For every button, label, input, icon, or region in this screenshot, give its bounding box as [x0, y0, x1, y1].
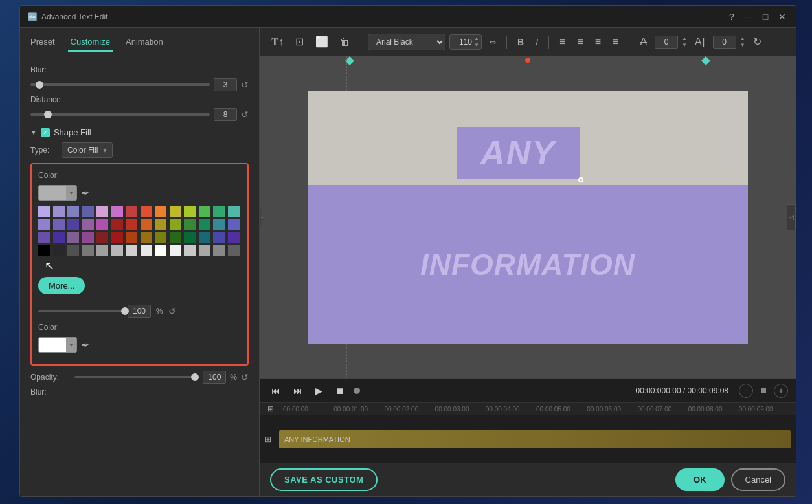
right-edge-button[interactable]: ◁	[787, 204, 796, 230]
color-cell[interactable]	[82, 232, 94, 243]
color-cell[interactable]	[111, 232, 123, 243]
kern-down[interactable]: ▼	[682, 42, 687, 48]
color-cell[interactable]	[141, 206, 152, 217]
color-cell[interactable]	[38, 245, 50, 256]
color-cell[interactable]	[199, 206, 210, 217]
color-cell[interactable]	[111, 206, 123, 217]
eyedropper-button-2[interactable]: ✒	[81, 339, 89, 351]
text-tool-button[interactable]: 𝐓↑	[267, 34, 288, 50]
leading-down[interactable]: ▼	[740, 42, 745, 48]
align-right-button[interactable]: ≡	[591, 34, 605, 50]
blur-reset-button[interactable]: ↺	[241, 80, 249, 90]
cancel-button[interactable]: Cancel	[731, 468, 785, 491]
color-cell[interactable]	[184, 206, 196, 217]
color-cell[interactable]	[228, 245, 240, 256]
color-cell[interactable]	[170, 206, 181, 217]
type-select[interactable]: Color Fill ▾	[62, 142, 113, 158]
color-cell[interactable]	[111, 245, 123, 256]
spacing-button[interactable]: ⇔	[486, 35, 500, 49]
align-justify-button[interactable]: ≡	[609, 34, 622, 50]
color-cell[interactable]	[141, 245, 152, 256]
close-button[interactable]: ✕	[776, 11, 788, 23]
delete-button[interactable]: 🗑	[336, 34, 354, 50]
color-cell[interactable]	[126, 219, 137, 230]
color-cell[interactable]	[184, 245, 196, 256]
opacity-value[interactable]: 100	[203, 371, 226, 384]
color-cell[interactable]	[155, 219, 166, 230]
opacity-reset-button[interactable]: ↺	[168, 306, 176, 316]
ok-button[interactable]: OK	[675, 468, 725, 491]
opacity-slider[interactable]	[74, 376, 199, 378]
blur-value-input[interactable]: 3	[214, 78, 237, 91]
leading-up[interactable]: ▲	[740, 36, 745, 41]
color-cell[interactable]	[53, 219, 65, 230]
rotate-button[interactable]: ↻	[749, 33, 765, 50]
color-cell[interactable]	[67, 245, 79, 256]
color-cell[interactable]	[126, 232, 137, 243]
color-swatch-dropdown-2[interactable]: ▾	[38, 337, 77, 353]
distance-reset-button[interactable]: ↺	[241, 109, 249, 120]
color-cell[interactable]	[67, 219, 79, 230]
font-size-down[interactable]: ▼	[474, 42, 479, 48]
minimize-button[interactable]: ─	[743, 11, 754, 23]
skip-back-button[interactable]: ⏮	[267, 383, 284, 399]
color-cell[interactable]	[126, 206, 137, 217]
tab-customize[interactable]: Customize	[68, 33, 113, 52]
color-cell[interactable]	[199, 232, 210, 243]
color-cell[interactable]	[38, 206, 50, 217]
more-colors-button[interactable]: More...	[38, 277, 85, 294]
color-cell[interactable]	[213, 206, 225, 217]
color-cell[interactable]	[141, 232, 152, 243]
color-cell[interactable]	[53, 232, 65, 243]
color-cell[interactable]	[199, 245, 210, 256]
image-button[interactable]: ⬜	[311, 33, 332, 50]
play-button[interactable]: ▶	[311, 383, 326, 399]
align-left-button[interactable]: ≡	[556, 34, 569, 50]
kern-value[interactable]	[655, 36, 678, 49]
color-cell[interactable]	[155, 232, 166, 243]
color-cell[interactable]	[82, 219, 94, 230]
color-cell[interactable]	[53, 245, 65, 256]
color-cell[interactable]	[38, 232, 50, 243]
shape-fill-checkbox[interactable]: ✓	[41, 128, 50, 137]
stop-button[interactable]: ⏹	[332, 383, 348, 399]
distance-slider[interactable]	[30, 113, 210, 116]
font-select[interactable]: Arial Black	[368, 34, 445, 50]
playhead-circle[interactable]	[354, 388, 360, 394]
bold-button[interactable]: B	[513, 34, 528, 50]
color-cell[interactable]	[170, 219, 181, 230]
transform-button[interactable]: ⊡	[291, 33, 308, 50]
color-cell[interactable]	[184, 232, 196, 243]
color-cell[interactable]	[96, 245, 108, 256]
color-cell[interactable]	[155, 206, 166, 217]
maximize-button[interactable]: □	[760, 11, 771, 23]
color-cell[interactable]	[67, 206, 79, 217]
opacity-reset[interactable]: ↺	[241, 372, 249, 382]
color-cell[interactable]	[82, 245, 94, 256]
text-size-adjust[interactable]: Aǀ	[691, 33, 709, 50]
color-cell[interactable]	[111, 219, 123, 230]
color-cell[interactable]	[213, 219, 225, 230]
zoom-out-button[interactable]: −	[739, 384, 753, 398]
save-as-custom-button[interactable]: SAVE AS CUSTOM	[270, 468, 378, 491]
color-cell[interactable]	[155, 245, 166, 256]
color-cell[interactable]	[96, 219, 108, 230]
help-button[interactable]: ?	[726, 11, 738, 23]
color-cell[interactable]	[38, 219, 50, 230]
step-back-button[interactable]: ⏭	[289, 383, 306, 399]
color-cell[interactable]	[53, 206, 65, 217]
color-cell[interactable]	[228, 232, 240, 243]
color-cell[interactable]	[141, 219, 152, 230]
opacity-value-input[interactable]	[128, 305, 151, 318]
color-cell[interactable]	[170, 232, 181, 243]
strikethrough-button[interactable]: A	[636, 34, 651, 50]
tab-animation[interactable]: Animation	[123, 33, 166, 52]
italic-button[interactable]: I	[532, 34, 542, 50]
color-cell[interactable]	[170, 245, 181, 256]
color-swatch-dropdown[interactable]: ▾	[38, 185, 77, 201]
color-cell[interactable]	[228, 219, 240, 230]
color-cell[interactable]	[199, 219, 210, 230]
color-cell[interactable]	[96, 206, 108, 217]
color-cell[interactable]	[228, 206, 240, 217]
color-cell[interactable]	[82, 206, 94, 217]
